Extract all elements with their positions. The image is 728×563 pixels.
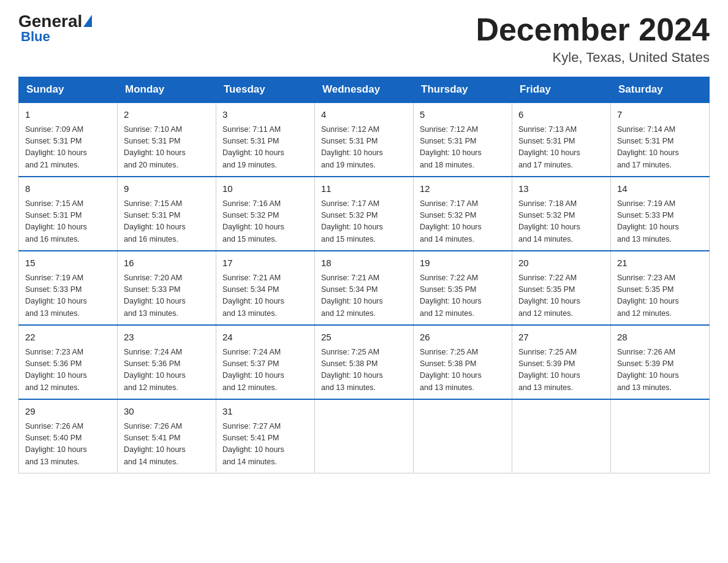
day-info: Sunrise: 7:27 AMSunset: 5:41 PMDaylight:… [222,421,308,469]
day-info: Sunrise: 7:11 AMSunset: 5:31 PMDaylight:… [222,124,308,172]
day-number: 6 [518,108,604,122]
calendar-cell: 18Sunrise: 7:21 AMSunset: 5:34 PMDayligh… [315,251,414,325]
logo-triangle-icon [83,15,92,27]
day-number: 27 [518,331,604,345]
page: General Blue December 2024 Kyle, Texas, … [0,0,728,486]
day-number: 5 [420,108,506,122]
day-info: Sunrise: 7:18 AMSunset: 5:32 PMDaylight:… [518,198,604,246]
day-info: Sunrise: 7:22 AMSunset: 5:35 PMDaylight:… [518,272,604,320]
day-number: 21 [617,256,703,270]
calendar-cell: 17Sunrise: 7:21 AMSunset: 5:34 PMDayligh… [216,251,315,325]
calendar-cell: 23Sunrise: 7:24 AMSunset: 5:36 PMDayligh… [118,325,216,399]
day-number: 25 [321,331,407,345]
calendar-cell: 4Sunrise: 7:12 AMSunset: 5:31 PMDaylight… [315,102,414,177]
col-header-monday: Monday [118,77,216,103]
day-number: 29 [25,405,111,419]
calendar-cell: 15Sunrise: 7:19 AMSunset: 5:33 PMDayligh… [19,251,118,325]
day-number: 1 [25,108,111,122]
calendar-cell [512,399,611,473]
day-number: 2 [124,108,210,122]
day-info: Sunrise: 7:23 AMSunset: 5:36 PMDaylight:… [25,347,111,394]
day-info: Sunrise: 7:16 AMSunset: 5:32 PMDaylight:… [222,198,308,246]
day-info: Sunrise: 7:26 AMSunset: 5:40 PMDaylight:… [25,421,111,469]
calendar-week-row: 15Sunrise: 7:19 AMSunset: 5:33 PMDayligh… [19,251,710,325]
day-number: 8 [25,182,111,196]
day-number: 26 [420,331,506,345]
day-number: 20 [518,256,604,270]
day-number: 3 [222,108,308,122]
day-number: 12 [420,182,506,196]
calendar-cell: 27Sunrise: 7:25 AMSunset: 5:39 PMDayligh… [512,325,611,399]
calendar-week-row: 29Sunrise: 7:26 AMSunset: 5:40 PMDayligh… [19,399,710,473]
col-header-sunday: Sunday [19,77,118,103]
calendar-cell: 6Sunrise: 7:13 AMSunset: 5:31 PMDaylight… [512,102,611,177]
day-number: 22 [25,331,111,345]
day-info: Sunrise: 7:12 AMSunset: 5:31 PMDaylight:… [321,124,407,172]
day-info: Sunrise: 7:10 AMSunset: 5:31 PMDaylight:… [124,124,210,172]
calendar-cell: 5Sunrise: 7:12 AMSunset: 5:31 PMDaylight… [414,102,512,177]
day-number: 11 [321,182,407,196]
day-number: 18 [321,256,407,270]
day-info: Sunrise: 7:19 AMSunset: 5:33 PMDaylight:… [25,272,111,320]
day-info: Sunrise: 7:14 AMSunset: 5:31 PMDaylight:… [617,124,703,172]
day-info: Sunrise: 7:20 AMSunset: 5:33 PMDaylight:… [124,272,210,320]
calendar-cell [315,399,414,473]
day-info: Sunrise: 7:25 AMSunset: 5:38 PMDaylight:… [420,347,506,394]
calendar-cell: 12Sunrise: 7:17 AMSunset: 5:32 PMDayligh… [414,177,512,251]
day-info: Sunrise: 7:17 AMSunset: 5:32 PMDaylight:… [420,198,506,246]
day-number: 10 [222,182,308,196]
calendar-cell: 16Sunrise: 7:20 AMSunset: 5:33 PMDayligh… [118,251,216,325]
day-number: 13 [518,182,604,196]
day-number: 14 [617,182,703,196]
day-number: 15 [25,256,111,270]
calendar-cell: 26Sunrise: 7:25 AMSunset: 5:38 PMDayligh… [414,325,512,399]
day-info: Sunrise: 7:13 AMSunset: 5:31 PMDaylight:… [518,124,604,172]
day-info: Sunrise: 7:15 AMSunset: 5:31 PMDaylight:… [25,198,111,246]
calendar-week-row: 22Sunrise: 7:23 AMSunset: 5:36 PMDayligh… [19,325,710,399]
logo-blue-text: Blue [18,29,50,45]
day-info: Sunrise: 7:19 AMSunset: 5:33 PMDaylight:… [617,198,703,246]
day-info: Sunrise: 7:23 AMSunset: 5:35 PMDaylight:… [617,272,703,320]
day-info: Sunrise: 7:12 AMSunset: 5:31 PMDaylight:… [420,124,506,172]
calendar-cell: 11Sunrise: 7:17 AMSunset: 5:32 PMDayligh… [315,177,414,251]
calendar-cell: 13Sunrise: 7:18 AMSunset: 5:32 PMDayligh… [512,177,611,251]
calendar-cell: 22Sunrise: 7:23 AMSunset: 5:36 PMDayligh… [19,325,118,399]
day-info: Sunrise: 7:22 AMSunset: 5:35 PMDaylight:… [420,272,506,320]
day-number: 9 [124,182,210,196]
calendar-cell: 14Sunrise: 7:19 AMSunset: 5:33 PMDayligh… [611,177,710,251]
day-number: 7 [617,108,703,122]
location-title: Kyle, Texas, United States [476,50,710,66]
calendar-cell: 30Sunrise: 7:26 AMSunset: 5:41 PMDayligh… [118,399,216,473]
day-number: 19 [420,256,506,270]
calendar-cell: 21Sunrise: 7:23 AMSunset: 5:35 PMDayligh… [611,251,710,325]
calendar-cell: 3Sunrise: 7:11 AMSunset: 5:31 PMDaylight… [216,102,315,177]
day-info: Sunrise: 7:25 AMSunset: 5:39 PMDaylight:… [518,347,604,394]
calendar-cell: 8Sunrise: 7:15 AMSunset: 5:31 PMDaylight… [19,177,118,251]
day-number: 16 [124,256,210,270]
logo-area: General Blue [18,12,92,45]
calendar-cell: 25Sunrise: 7:25 AMSunset: 5:38 PMDayligh… [315,325,414,399]
calendar-cell: 7Sunrise: 7:14 AMSunset: 5:31 PMDaylight… [611,102,710,177]
col-header-friday: Friday [512,77,611,103]
col-header-tuesday: Tuesday [216,77,315,103]
calendar: SundayMondayTuesdayWednesdayThursdayFrid… [18,77,710,473]
day-number: 23 [124,331,210,345]
day-number: 24 [222,331,308,345]
calendar-cell: 29Sunrise: 7:26 AMSunset: 5:40 PMDayligh… [19,399,118,473]
day-info: Sunrise: 7:21 AMSunset: 5:34 PMDaylight:… [321,272,407,320]
calendar-cell: 24Sunrise: 7:24 AMSunset: 5:37 PMDayligh… [216,325,315,399]
col-header-saturday: Saturday [611,77,710,103]
month-title: December 2024 [476,12,710,47]
day-info: Sunrise: 7:26 AMSunset: 5:41 PMDaylight:… [124,421,210,469]
day-number: 4 [321,108,407,122]
day-number: 28 [617,331,703,345]
calendar-cell: 9Sunrise: 7:15 AMSunset: 5:31 PMDaylight… [118,177,216,251]
calendar-cell: 1Sunrise: 7:09 AMSunset: 5:31 PMDaylight… [19,102,118,177]
day-info: Sunrise: 7:24 AMSunset: 5:36 PMDaylight:… [124,347,210,394]
day-info: Sunrise: 7:21 AMSunset: 5:34 PMDaylight:… [222,272,308,320]
calendar-header-row: SundayMondayTuesdayWednesdayThursdayFrid… [19,77,710,103]
day-number: 17 [222,256,308,270]
calendar-cell: 10Sunrise: 7:16 AMSunset: 5:32 PMDayligh… [216,177,315,251]
calendar-cell: 31Sunrise: 7:27 AMSunset: 5:41 PMDayligh… [216,399,315,473]
calendar-cell: 19Sunrise: 7:22 AMSunset: 5:35 PMDayligh… [414,251,512,325]
